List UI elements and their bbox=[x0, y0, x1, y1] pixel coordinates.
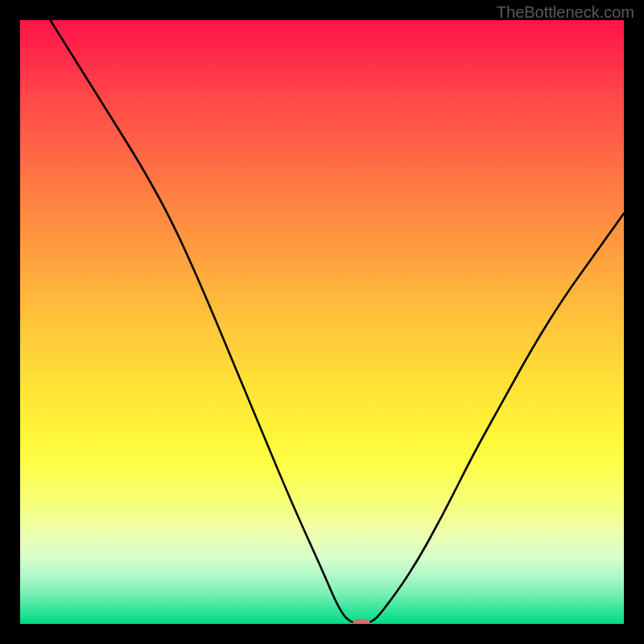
bottleneck-curve-path bbox=[51, 20, 625, 624]
chart-plot-area bbox=[20, 20, 624, 624]
chart-marker bbox=[353, 619, 370, 624]
chart-curve-svg bbox=[20, 20, 624, 624]
watermark-text: TheBottleneck.com bbox=[497, 3, 634, 22]
